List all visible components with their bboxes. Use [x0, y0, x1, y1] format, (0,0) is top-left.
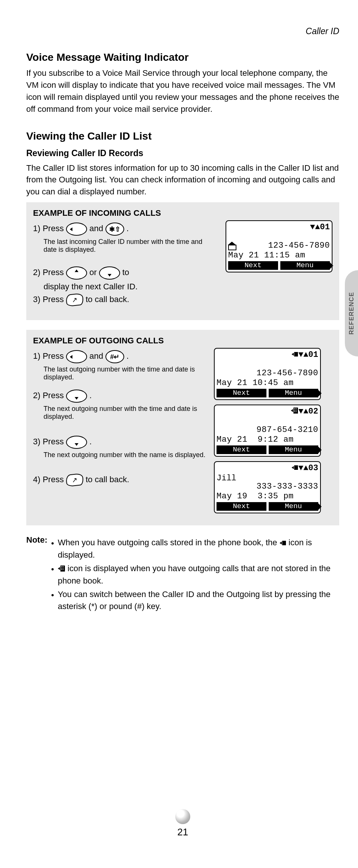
side-tab-label: REFERENCE — [348, 292, 355, 335]
lcd2-softkey-menu: Menu — [269, 389, 319, 397]
lcd2-index: ▼▲01 — [217, 350, 318, 360]
text: and — [89, 224, 105, 233]
note2-text: icon is displayed when you have outgoing… — [58, 564, 331, 585]
lcd1-index: ▼▲01 — [228, 223, 330, 232]
side-tab: REFERENCE — [345, 270, 358, 357]
outgoing-step3: 3) Press . — [33, 436, 209, 449]
bullet-icon: • — [51, 588, 54, 612]
outgoing-flag-icon — [280, 540, 286, 546]
example-incoming-box: EXAMPLE OF INCOMING CALLS 1) Press and ✱… — [26, 202, 339, 320]
incoming-step1-note: The last incoming Caller ID number with … — [33, 238, 209, 254]
bullet-icon: • — [51, 563, 54, 587]
lcd-screen-3: ▼▲02 987-654-3210 May 21 9:12 am Next Me… — [214, 405, 321, 457]
lcd1-softkey-menu: Menu — [280, 261, 330, 270]
text: . — [126, 352, 129, 361]
left-nav-key-icon — [66, 223, 87, 236]
outgoing-flag-icon — [292, 352, 298, 357]
example-outgoing-box: EXAMPLE OF OUTGOING CALLS 1) Press and #… — [26, 330, 339, 525]
pound-key-icon: #↵ — [105, 350, 124, 363]
lcd3-softkey-next: Next — [217, 445, 266, 454]
lcd1-softkey-next: Next — [228, 261, 278, 270]
incoming-step3: 3) Press ↗ to call back. — [33, 294, 209, 306]
outgoing-step4: 4) Press ↗ to call back. — [33, 474, 209, 486]
lcd4-index-text: ▼▲03 — [298, 463, 318, 473]
lcd3-num-row: 987-654-3210 — [217, 425, 318, 435]
note-2: • icon is displayed when you have outgoi… — [51, 563, 339, 587]
text: 4) Press — [33, 475, 66, 484]
note-1: • When you have outgoing calls stored in… — [51, 537, 339, 561]
outgoing-step3-note: The next outgoing number with the name i… — [33, 451, 209, 459]
lcd4-num-row: 333-333-3333 — [217, 482, 318, 492]
heading-vmwi: Voice Message Waiting Indicator — [26, 51, 339, 63]
note-label: Note: — [26, 535, 47, 545]
text: 1) Press — [33, 224, 66, 233]
lcd3-softkey-menu: Menu — [269, 445, 319, 454]
lcd4-name: Jill — [217, 474, 318, 482]
incoming-step1: 1) Press and ✱⇧ . — [33, 223, 209, 236]
left-nav-key-icon — [66, 350, 87, 363]
paragraph-review: The Caller ID list stores information fo… — [26, 162, 339, 198]
talk-key-icon: ↗ — [65, 293, 84, 307]
paragraph-vmwi: If you subscribe to a Voice Mail Service… — [26, 67, 339, 115]
page-content: Caller ID Voice Message Waiting Indicato… — [0, 0, 358, 868]
outgoing-building-icon — [291, 408, 298, 414]
lcd4-number: 333-333-3333 — [257, 482, 318, 492]
lcd-screen-1: ▼▲01 123-456-7890 May 21 11:15 am Next M… — [226, 220, 332, 272]
lcd2-number: 123-456-7890 — [257, 369, 318, 378]
down-nav-key-icon — [66, 390, 87, 403]
lcd3-datetime: May 21 9:12 am — [217, 435, 318, 445]
text: 3) Press — [33, 295, 66, 304]
lcd2-datetime: May 21 10:45 am — [217, 378, 318, 388]
text: . — [89, 391, 92, 400]
lcd1-datetime: May 21 11:15 am — [228, 251, 330, 260]
lcd3-number: 987-654-3210 — [257, 425, 318, 435]
note1-text-a: When you have outgoing calls stored in t… — [58, 538, 280, 547]
bullet-icon: • — [51, 537, 54, 561]
down-nav-key-icon — [99, 266, 120, 280]
outgoing-step2-note: The next outgoing number with the time a… — [33, 405, 209, 421]
heading-view-callerid: Viewing the Caller ID List — [26, 130, 339, 142]
text: 2) Press — [33, 391, 66, 400]
text: 3) Press — [33, 437, 66, 447]
outgoing-flag-icon — [292, 465, 298, 470]
text: or — [89, 268, 99, 277]
outgoing-step1-note: The last outgoing number with the time a… — [33, 366, 209, 381]
incoming-step2-line2: display the next Caller ID. — [33, 282, 209, 292]
incoming-step2: 2) Press or to — [33, 266, 209, 280]
text: and — [89, 352, 105, 361]
note-block: Note: • When you have outgoing calls sto… — [26, 535, 339, 614]
lcd2-index-text: ▼▲01 — [298, 350, 318, 360]
lcd3-index-text: ▼▲02 — [298, 407, 318, 416]
lcd2-num-row: 123-456-7890 — [217, 369, 318, 378]
lcd3-index: ▼▲02 — [217, 407, 318, 417]
lcd-screen-4: ▼▲03 Jill 333-333-3333 May 19 3:35 pm Ne… — [214, 461, 321, 513]
text: 1) Press — [33, 352, 66, 361]
lcd3-name — [217, 417, 318, 425]
note3-text: You can switch between the Caller ID and… — [58, 588, 339, 612]
talk-key-icon: ↗ — [65, 473, 84, 487]
lcd4-softkey-menu: Menu — [269, 502, 319, 511]
footer: 21 — [26, 809, 339, 838]
lcd1-number: 123-456-7890 — [268, 241, 330, 251]
sphere-decoration-icon — [175, 809, 190, 824]
outgoing-step1: 1) Press and #↵ . — [33, 350, 209, 363]
star-key-icon: ✱⇧ — [105, 223, 124, 236]
text: to call back. — [86, 295, 129, 304]
lcd1-name — [228, 233, 330, 241]
text: . — [126, 224, 129, 233]
note-3: • You can switch between the Caller ID a… — [51, 588, 339, 612]
page-number: 21 — [26, 826, 339, 838]
lcd1-num-row: 123-456-7890 — [228, 241, 330, 251]
subheading-review: Reviewing Caller ID Records — [26, 148, 339, 158]
text: to call back. — [86, 475, 129, 484]
lcd2-name — [217, 360, 318, 369]
home-icon — [228, 242, 236, 249]
outgoing-building-icon — [58, 566, 65, 572]
text: 2) Press — [33, 268, 66, 277]
lcd4-index: ▼▲03 — [217, 463, 318, 473]
lcd4-softkey-next: Next — [217, 502, 266, 511]
up-nav-key-icon — [66, 266, 87, 280]
text: . — [89, 437, 92, 447]
lcd4-datetime: May 19 3:35 pm — [217, 492, 318, 501]
text: to — [122, 268, 129, 277]
